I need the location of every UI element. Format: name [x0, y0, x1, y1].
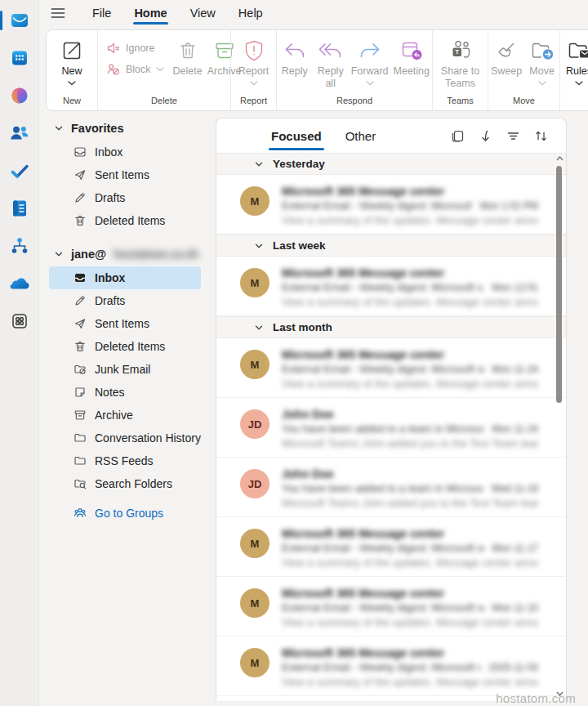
scroll-up-icon[interactable]: [555, 154, 564, 163]
favorites-header[interactable]: Favorites: [39, 116, 216, 141]
group-header-last-week[interactable]: Last week: [216, 235, 566, 257]
folder-icon: [74, 454, 87, 467]
group-header-yesterday[interactable]: Yesterday: [216, 153, 566, 175]
sidebar-item-sent-items[interactable]: Sent Items: [49, 312, 201, 335]
sidebar-item-conversation-history[interactable]: Conversation History: [49, 427, 201, 449]
message-row[interactable]: MMicrosoft 365 Message centerExternal Em…: [216, 517, 566, 577]
chevron-down-icon: [254, 323, 264, 333]
delete-button[interactable]: Delete: [171, 37, 205, 78]
sidebar-item-deleted-items[interactable]: Deleted Items: [49, 209, 201, 232]
message-row[interactable]: MMicrosoft 365 Message centerExternal Em…: [216, 577, 566, 637]
select-icon[interactable]: [451, 129, 465, 143]
account-header[interactable]: jane@hostatom.co.th: [39, 242, 216, 266]
app-mail-icon[interactable]: [0, 2, 38, 39]
message-row[interactable]: JDJohn DoeYou have been added to a team …: [216, 398, 566, 458]
scrollbar[interactable]: [555, 154, 564, 698]
app-onedrive-icon[interactable]: [0, 265, 38, 302]
sweep-label: Sweep: [491, 65, 522, 78]
group-caption-report: Report: [231, 96, 276, 105]
message-row[interactable]: MMicrosoft 365 Message centerExternal Em…: [216, 257, 566, 316]
block-button[interactable]: Block: [106, 62, 164, 77]
sidebar-item-search-folders[interactable]: Search Folders: [49, 472, 201, 495]
forward-button[interactable]: Forward: [349, 37, 391, 86]
avatar: M: [240, 529, 270, 558]
menu-file[interactable]: File: [85, 2, 118, 25]
subject-line: You have been added to a team in Microso…: [282, 422, 538, 436]
sidebar-item-inbox[interactable]: Inbox: [49, 141, 201, 163]
message-row[interactable]: MMicrosoft 365 Message centerExternal Em…: [216, 637, 566, 696]
subject-line: You have been added to a team in Microso…: [282, 481, 538, 496]
app-todo-icon[interactable]: [0, 152, 38, 190]
menu-view[interactable]: View: [183, 2, 223, 25]
tab-other[interactable]: Other: [345, 127, 377, 145]
app-apps-icon[interactable]: [0, 302, 38, 340]
message-subject: External Email - Weekly digest: Microsof…: [282, 541, 484, 556]
app-calendar-icon[interactable]: [0, 39, 38, 77]
filter-icon[interactable]: [506, 129, 520, 143]
scrollbar-thumb[interactable]: [556, 166, 562, 403]
sidebar-item-drafts[interactable]: Drafts: [49, 186, 201, 209]
report-button[interactable]: Report: [233, 37, 275, 86]
menu-home[interactable]: Home: [127, 2, 174, 25]
group-header-last-month[interactable]: Last month: [216, 316, 566, 338]
sender-name: Microsoft 365 Message center: [282, 526, 538, 541]
meeting-button[interactable]: Meeting: [391, 37, 432, 78]
sidebar-item-sent-items[interactable]: Sent Items: [49, 163, 201, 186]
rules-button[interactable]: Rules: [560, 37, 588, 86]
message-subject: External Email - Weekly digest: Microsof…: [282, 362, 484, 377]
reply-all-button[interactable]: Reply all: [313, 37, 349, 90]
chevron-down-icon[interactable]: [156, 67, 164, 72]
inbox-icon: [74, 271, 87, 284]
notes-icon: [74, 386, 87, 399]
hamburger-menu-icon[interactable]: [39, 5, 77, 21]
ribbon-group-move: Sweep Move Move: [488, 30, 559, 110]
sort-icon[interactable]: [534, 129, 548, 143]
message-subject: External Email - Weekly digest: Microsof…: [282, 601, 484, 615]
app-org-icon[interactable]: [0, 227, 38, 265]
sidebar-item-notes[interactable]: Notes: [49, 381, 201, 404]
chevron-down-icon[interactable]: [68, 81, 76, 86]
sidebar-item-label: Inbox: [95, 145, 122, 159]
sidebar-item-label: Sent Items: [95, 168, 149, 181]
sidebar-item-label: Conversation History: [95, 431, 201, 445]
app-copilot-icon[interactable]: [0, 77, 38, 114]
sidebar-item-deleted-items[interactable]: Deleted Items: [49, 335, 201, 358]
message-preview: View a summary of the updates. Message c…: [282, 675, 538, 690]
message-row[interactable]: MMicrosoft 365 Message centerExternal Em…: [216, 175, 566, 235]
draft-icon: [74, 294, 87, 307]
sender-name: Microsoft 365 Message center: [282, 646, 538, 660]
ignore-button[interactable]: Ignore: [106, 41, 164, 56]
tab-focused[interactable]: Focused: [270, 127, 323, 145]
rules-icon: [567, 37, 588, 65]
sidebar-item-inbox[interactable]: Inbox: [49, 266, 201, 289]
move-button[interactable]: Move: [524, 37, 559, 86]
reply-icon: [283, 37, 306, 65]
app-notebook-icon[interactable]: [0, 190, 38, 227]
move-to-bottom-icon[interactable]: [479, 129, 492, 143]
chevron-down-icon[interactable]: [250, 81, 258, 86]
reply-button[interactable]: Reply: [277, 37, 313, 78]
reply-all-icon: [318, 37, 343, 65]
avatar: M: [240, 588, 270, 618]
sidebar-item-archive[interactable]: Archive: [49, 404, 201, 427]
sidebar-item-rss-feeds[interactable]: RSS Feeds: [49, 449, 201, 472]
chevron-down-icon[interactable]: [538, 81, 546, 86]
reply-label: Reply: [282, 65, 308, 78]
share-to-teams-button[interactable]: T Share to Teams: [434, 37, 488, 90]
chevron-down-icon[interactable]: [575, 81, 583, 86]
new-mail-button[interactable]: New: [52, 37, 91, 86]
message-row[interactable]: MMicrosoft 365 Message centerExternal Em…: [216, 338, 566, 398]
avatar: M: [240, 186, 270, 216]
message-time: Mon 11-17: [492, 541, 538, 556]
avatar: M: [240, 648, 270, 677]
message-row[interactable]: JDJohn DoeYou have been added to a team …: [216, 458, 566, 517]
sidebar-item-junk-email[interactable]: Junk Email: [49, 358, 201, 381]
app-people-icon[interactable]: [0, 114, 38, 152]
go-to-groups-link[interactable]: Go to Groups: [49, 502, 201, 525]
group-caption-respond: Respond: [277, 96, 432, 105]
sidebar-item-drafts[interactable]: Drafts: [49, 289, 201, 312]
menu-help[interactable]: Help: [231, 2, 270, 25]
chevron-down-icon[interactable]: [366, 81, 374, 86]
sweep-button[interactable]: Sweep: [488, 37, 524, 78]
sidebar-item-label: Sent Items: [95, 317, 149, 330]
